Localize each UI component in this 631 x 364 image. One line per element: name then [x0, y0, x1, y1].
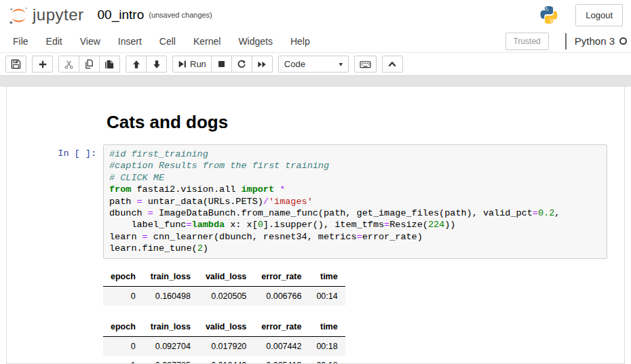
step-forward-icon [178, 60, 187, 68]
input-prompt: In [ ]: [7, 144, 103, 364]
paste-icon [104, 59, 115, 69]
table-column-header: valid_loss [198, 317, 254, 337]
jupyter-wordmark: jupyter [33, 5, 84, 24]
clipboard-button-group [58, 56, 120, 73]
arrow-up-icon [132, 60, 141, 69]
table-cell: 00:18 [309, 356, 345, 364]
training-results-table-1: epochtrain_lossvalid_losserror_ratetime0… [103, 267, 345, 306]
insert-cell-below-button[interactable] [32, 56, 53, 73]
paste-cell-button[interactable] [99, 56, 120, 73]
table-column-header: time [309, 317, 345, 337]
menu-cell[interactable]: Cell [151, 30, 185, 52]
run-button-label: Run [190, 59, 206, 69]
table-column-header: error_rate [254, 317, 309, 337]
menu-edit[interactable]: Edit [37, 30, 71, 52]
table-cell: 00:18 [309, 336, 345, 356]
menu-insert[interactable]: Insert [109, 30, 151, 52]
stop-icon [217, 60, 226, 68]
code-line: from fastai2.vision.all import * [109, 184, 601, 195]
table-cell: 0.027785 [143, 356, 198, 364]
site-divider [0, 75, 631, 87]
notebook-container: Cats and dogs In [ ]: #id first_training… [6, 87, 625, 364]
code-line: dbunch = ImageDataBunch.from_name_func(p… [109, 207, 601, 219]
toolbar: Run Code ▾ [0, 53, 631, 75]
table-column-header: train_loss [143, 317, 198, 337]
kernel-idle-icon [619, 37, 627, 45]
restart-icon [237, 60, 246, 69]
table-header-row: epochtrain_lossvalid_losserror_ratetime [103, 317, 345, 337]
table-column-header: epoch [103, 267, 143, 287]
logout-button[interactable]: Logout [575, 4, 623, 26]
table-cell: 0.006766 [254, 286, 309, 306]
table-row: 10.0277850.0124490.00541300:18 [103, 356, 345, 364]
save-icon [11, 59, 21, 69]
table-cell: 0.160498 [143, 286, 198, 306]
table-column-header: train_loss [143, 267, 198, 287]
move-cell-button-group [126, 56, 167, 73]
plus-icon [38, 60, 47, 69]
interrupt-kernel-button[interactable] [211, 56, 232, 73]
menu-widgets[interactable]: Widgets [229, 30, 282, 52]
move-cell-up-button[interactable] [126, 56, 147, 73]
table-row: 00.1604980.0205050.00676600:14 [103, 286, 345, 306]
code-line: #caption Results from the first training [109, 160, 601, 171]
markdown-prompt-spacer [7, 112, 103, 144]
cell-type-select[interactable]: Code ▾ [278, 56, 349, 73]
restart-kernel-button[interactable] [231, 56, 252, 73]
menu-file[interactable]: File [4, 30, 37, 52]
code-cell[interactable]: In [ ]: #id first_training#caption Resul… [7, 144, 624, 364]
table-cell: 0.020505 [198, 286, 254, 306]
table-cell: 0.005413 [254, 356, 309, 364]
table-cell: 0.017920 [198, 336, 254, 356]
fast-forward-icon [257, 60, 267, 69]
code-line: label_func=lambda x: x[0].isupper(), ite… [109, 219, 601, 230]
menu-help[interactable]: Help [282, 30, 319, 52]
code-lines: #id first_training#caption Results from … [109, 148, 601, 255]
kernel-name: Python 3 [575, 35, 615, 47]
toolbar-chevron-up-button[interactable] [382, 56, 403, 73]
notebook-title[interactable]: 00_intro [98, 7, 145, 22]
copy-cell-button[interactable] [79, 56, 100, 73]
code-editor[interactable]: #id first_training#caption Results from … [103, 144, 607, 259]
move-cell-down-button[interactable] [146, 56, 167, 73]
code-line: learn.fine_tune(2) [109, 243, 601, 254]
table-cell: 1 [103, 356, 143, 364]
trusted-badge[interactable]: Trusted [505, 33, 549, 50]
cell-type-value: Code [284, 59, 305, 69]
table-cell: 0 [103, 336, 143, 356]
table-cell: 0 [103, 286, 143, 306]
table-column-header: valid_loss [198, 267, 254, 287]
chevron-up-icon [387, 60, 397, 68]
table-cell: 0.092704 [143, 336, 198, 356]
copy-icon [84, 59, 94, 69]
chevron-down-icon: ▾ [339, 60, 343, 68]
code-line: learn = cnn_learner(dbunch, resnet34, me… [109, 231, 601, 243]
menu-view[interactable]: View [71, 30, 109, 52]
run-button-group: Run [172, 56, 273, 73]
header-right: Logout [539, 4, 623, 26]
table-cell: 0.007442 [254, 336, 309, 356]
scissors-icon [64, 59, 74, 69]
table-column-header: epoch [103, 317, 143, 337]
arrow-down-icon [152, 60, 161, 69]
section-heading: Cats and dogs [103, 112, 607, 133]
save-button[interactable] [5, 56, 26, 73]
cut-cell-button[interactable] [58, 56, 79, 73]
markdown-cell[interactable]: Cats and dogs [7, 112, 624, 144]
code-line: path = untar_data(URLs.PETS)/'images' [109, 196, 601, 207]
kernel-divider [565, 33, 567, 49]
table-cell: 0.012449 [198, 356, 254, 364]
run-cell-button[interactable]: Run [172, 56, 212, 73]
table-column-header: time [309, 267, 345, 287]
autosave-status: (unsaved changes) [149, 11, 212, 19]
jupyter-logo[interactable]: jupyter [8, 5, 84, 26]
keyboard-icon [360, 59, 371, 69]
python-logo-icon [539, 5, 559, 25]
table-column-header: error_rate [254, 267, 309, 287]
cell-output-area: epochtrain_lossvalid_losserror_ratetime0… [103, 267, 607, 364]
table-header-row: epochtrain_lossvalid_losserror_ratetime [103, 267, 345, 287]
restart-run-all-button[interactable] [252, 56, 273, 73]
menu-kernel[interactable]: Kernel [185, 30, 229, 52]
command-palette-button[interactable] [354, 56, 377, 73]
table-cell: 00:14 [309, 286, 345, 306]
